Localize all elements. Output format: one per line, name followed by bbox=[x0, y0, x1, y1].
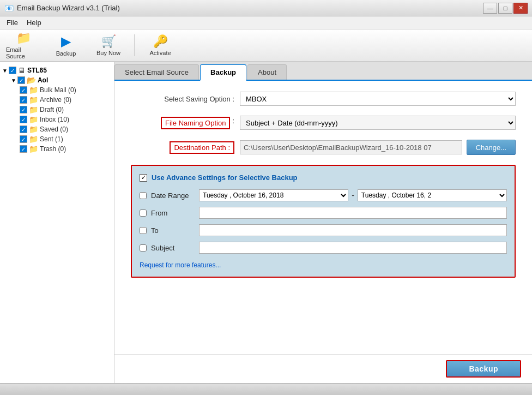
tree-aol-check[interactable]: ✓ bbox=[17, 76, 25, 84]
tree-archive-folder-icon: 📁 bbox=[29, 95, 38, 104]
backup-button-area: Backup bbox=[114, 354, 532, 383]
title-bar: 📧 Email Backup Wizard v3.1 (Trial) — □ ✕ bbox=[0, 0, 532, 16]
file-naming-row: File Naming Option : Subject + Date (dd-… bbox=[131, 116, 516, 130]
menu-bar: File Help bbox=[0, 16, 532, 29]
request-features-link[interactable]: Request for more features... bbox=[140, 261, 221, 269]
email-source-label: Email Source bbox=[6, 46, 41, 59]
window-controls: — □ ✕ bbox=[483, 3, 528, 14]
from-input[interactable] bbox=[199, 207, 507, 219]
advanced-checkbox[interactable]: ✓ bbox=[140, 174, 147, 182]
right-panel: Select Email Source Backup About Select … bbox=[114, 62, 532, 383]
tree-inbox-folder-icon: 📁 bbox=[29, 115, 38, 124]
from-checkbox[interactable] bbox=[140, 210, 147, 217]
to-input[interactable] bbox=[199, 224, 507, 236]
tree-bulk-mail[interactable]: ✓ 📁 Bulk Mail (0) bbox=[2, 85, 112, 95]
main-layout: ▼ ✓ 🖥 STL65 ▼ ✓ 📂 Aol ✓ 📁 Bulk Mail (0) … bbox=[0, 62, 532, 383]
window-title: Email Backup Wizard v3.1 (Trial) bbox=[17, 4, 120, 12]
tree-saved[interactable]: ✓ 📁 Saved (0) bbox=[2, 124, 112, 134]
date-range-label: Date Range bbox=[151, 191, 195, 200]
status-bar bbox=[0, 383, 532, 395]
collapse-icon: ▼ bbox=[2, 68, 8, 74]
date-to-select[interactable]: Tuesday , October 16, 2 bbox=[358, 189, 507, 201]
tab-about[interactable]: About bbox=[247, 64, 287, 80]
content-area: Select Saving Option : MBOX PST EML MSG … bbox=[114, 81, 532, 354]
subject-row: Subject bbox=[140, 242, 507, 254]
tree-root-label: STL65 bbox=[27, 67, 47, 74]
tree-sent-label: Sent (1) bbox=[40, 135, 63, 143]
subject-label: Subject bbox=[151, 244, 195, 252]
tree-archive[interactable]: ✓ 📁 Archive (0) bbox=[2, 95, 112, 105]
maximize-button[interactable]: □ bbox=[498, 3, 512, 14]
toolbar-email-source[interactable]: 📁 Email Source bbox=[4, 31, 43, 59]
tree-saved-check[interactable]: ✓ bbox=[20, 125, 27, 133]
backup-label: Backup bbox=[56, 50, 76, 57]
toolbar-activate[interactable]: 🔑 Activate bbox=[141, 31, 179, 59]
tree-bulk-mail-check[interactable]: ✓ bbox=[20, 86, 27, 94]
activate-icon: 🔑 bbox=[153, 34, 168, 49]
tree-inbox-check[interactable]: ✓ bbox=[20, 116, 27, 123]
date-range-group: Tuesday , October 16, 2018 - Tuesday , O… bbox=[199, 189, 507, 201]
tree-aol[interactable]: ▼ ✓ 📂 Aol bbox=[2, 75, 112, 85]
left-panel: ▼ ✓ 🖥 STL65 ▼ ✓ 📂 Aol ✓ 📁 Bulk Mail (0) … bbox=[0, 62, 114, 383]
tree-draft-check[interactable]: ✓ bbox=[20, 106, 27, 113]
from-row: From bbox=[140, 207, 507, 219]
tree-bulk-mail-label: Bulk Mail (0) bbox=[40, 86, 76, 94]
tree-archive-check[interactable]: ✓ bbox=[20, 96, 27, 104]
to-row: To bbox=[140, 224, 507, 236]
tree-sent-folder-icon: 📁 bbox=[29, 135, 38, 143]
subject-checkbox[interactable] bbox=[140, 244, 147, 252]
toolbar-buy-now[interactable]: 🛒 Buy Now bbox=[89, 31, 128, 59]
destination-path-input[interactable] bbox=[240, 140, 462, 154]
to-label: To bbox=[151, 226, 195, 235]
advanced-title: Use Advance Settings for Selective Backu… bbox=[152, 173, 298, 182]
tree-trash-check[interactable]: ✓ bbox=[20, 145, 27, 153]
tree-sent-check[interactable]: ✓ bbox=[20, 135, 27, 143]
tab-select-email-source[interactable]: Select Email Source bbox=[114, 64, 199, 80]
tree-saved-label: Saved (0) bbox=[40, 125, 68, 133]
tree-aol-label: Aol bbox=[38, 76, 48, 84]
buy-now-label: Buy Now bbox=[96, 50, 120, 56]
destination-path-label: Destination Path : bbox=[170, 141, 234, 154]
tree-trash[interactable]: ✓ 📁 Trash (0) bbox=[2, 144, 112, 154]
buy-now-icon: 🛒 bbox=[101, 34, 116, 49]
tree-draft[interactable]: ✓ 📁 Draft (0) bbox=[2, 105, 112, 115]
tree-trash-label: Trash (0) bbox=[40, 145, 66, 153]
minimize-button[interactable]: — bbox=[483, 3, 497, 14]
advanced-settings-box: ✓ Use Advance Settings for Selective Bac… bbox=[131, 165, 516, 278]
toolbar-backup[interactable]: ▶ Backup bbox=[47, 31, 85, 59]
file-naming-select[interactable]: Subject + Date (dd-mm-yyyy) Subject only… bbox=[240, 116, 516, 130]
tree-root-check[interactable]: ✓ bbox=[9, 67, 16, 74]
close-button[interactable]: ✕ bbox=[513, 3, 528, 14]
date-range-checkbox[interactable] bbox=[140, 192, 147, 199]
tree-draft-label: Draft (0) bbox=[40, 106, 64, 113]
tree-root[interactable]: ▼ ✓ 🖥 STL65 bbox=[2, 65, 112, 75]
saving-option-select[interactable]: MBOX PST EML MSG PDF bbox=[240, 92, 516, 106]
tree-root-folder-icon: 🖥 bbox=[18, 66, 26, 75]
saving-option-label: Select Saving Option : bbox=[131, 95, 240, 103]
tree-saved-folder-icon: 📁 bbox=[29, 125, 38, 134]
toolbar-separator bbox=[134, 34, 135, 56]
tree-inbox-label: Inbox (10) bbox=[40, 116, 69, 123]
tab-backup[interactable]: Backup bbox=[200, 64, 246, 81]
subject-input[interactable] bbox=[199, 242, 507, 254]
menu-help[interactable]: Help bbox=[22, 17, 46, 28]
tree-inbox[interactable]: ✓ 📁 Inbox (10) bbox=[2, 115, 112, 124]
toolbar: 📁 Email Source ▶ Backup 🛒 Buy Now 🔑 Acti… bbox=[0, 29, 532, 62]
tree-aol-folder-icon: 📂 bbox=[27, 76, 36, 85]
backup-icon: ▶ bbox=[61, 34, 71, 49]
tree-bulk-mail-folder-icon: 📁 bbox=[29, 86, 38, 94]
date-range-row: Date Range Tuesday , October 16, 2018 - … bbox=[140, 189, 507, 201]
tree-trash-folder-icon: 📁 bbox=[29, 145, 38, 153]
content-wrapper: Select Saving Option : MBOX PST EML MSG … bbox=[114, 81, 532, 383]
menu-file[interactable]: File bbox=[2, 17, 22, 28]
tab-bar: Select Email Source Backup About bbox=[114, 62, 532, 81]
tree-sent[interactable]: ✓ 📁 Sent (1) bbox=[2, 134, 112, 144]
email-source-icon: 📁 bbox=[16, 31, 31, 45]
change-button[interactable]: Change... bbox=[467, 140, 516, 155]
activate-label: Activate bbox=[149, 50, 171, 56]
aol-collapse-icon: ▼ bbox=[11, 77, 16, 83]
backup-button[interactable]: Backup bbox=[446, 360, 521, 378]
to-checkbox[interactable] bbox=[140, 227, 147, 234]
date-from-select[interactable]: Tuesday , October 16, 2018 bbox=[199, 189, 348, 201]
file-naming-colon: : bbox=[230, 117, 234, 129]
